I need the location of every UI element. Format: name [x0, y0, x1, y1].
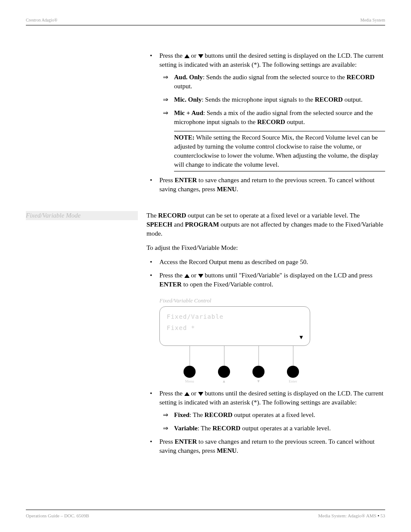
list-item: Access the Record Output menu as describ…	[146, 258, 385, 267]
text: to open the Fixed/Variable control.	[182, 281, 273, 288]
text: or	[190, 52, 198, 59]
lcd-line: Fixed *	[167, 324, 303, 333]
text-bold: MENU	[217, 447, 237, 454]
text-bold: MENU	[217, 186, 237, 193]
text: or	[190, 272, 198, 279]
down-triangle-icon: ▼	[299, 333, 303, 341]
paragraph: The RECORD output can be set to operate …	[146, 211, 385, 238]
figure-caption: Fixed/Variable Control	[159, 297, 385, 305]
knob-stem	[224, 346, 224, 367]
text: output can be set to operate at a fixed …	[186, 212, 360, 219]
list-item: Press ENTER to save changes and return t…	[146, 437, 385, 455]
list-item: Press the or buttons until the desired s…	[146, 51, 385, 171]
list-item: Variable: The RECORD output operates at …	[159, 424, 385, 433]
text: Media System: Adagio® AMS	[318, 513, 377, 518]
down-arrow-icon	[198, 54, 203, 58]
text: or	[190, 390, 198, 397]
knob-label: ▲	[211, 379, 237, 384]
text: : Sends the microphone input signals to …	[202, 96, 314, 103]
text-bold: ENTER	[159, 281, 182, 288]
note-box: NOTE: While setting the Record Source Mi…	[174, 131, 385, 171]
text: .	[237, 186, 238, 193]
up-arrow-icon	[184, 392, 190, 396]
section-fixed-variable: Fixed/Variable Mode The RECORD output ca…	[26, 211, 385, 455]
up-arrow-icon	[184, 54, 190, 58]
text-bold: RECORD	[257, 118, 285, 125]
text: Press the	[159, 390, 184, 397]
note-text: While setting the Record Source Mix, the…	[174, 134, 379, 168]
option-label: Aud. Only	[174, 74, 203, 81]
menu-knob-icon	[184, 366, 196, 378]
list-item: Mic. Only: Sends the microphone input si…	[159, 95, 385, 104]
up-knob-icon	[218, 366, 230, 378]
sidebar-heading: Fixed/Variable Mode	[26, 211, 138, 220]
footer-right: Media System: Adagio® AMS • 53	[318, 513, 385, 519]
header-left: Crestron Adagio®	[26, 17, 57, 23]
knob-stem	[190, 346, 190, 367]
text: output operates at a variable level.	[240, 425, 331, 432]
list-item: Press the or buttons until "Fixed/Variab…	[146, 271, 385, 289]
text-bold: RECORD	[346, 74, 374, 81]
option-label: Mic. Only	[174, 96, 202, 103]
header-right: Media System	[361, 17, 386, 23]
option-label: Mic + Aud	[174, 109, 203, 116]
text-bold: RECORD	[158, 212, 186, 219]
knob-row: Menu ▲ ▼ Enter	[159, 346, 310, 380]
list-item: Press the or buttons until the desired s…	[146, 389, 385, 433]
text: : The	[197, 425, 212, 432]
text-bold: ENTER	[174, 438, 197, 445]
list-item: Press ENTER to save changes and return t…	[146, 176, 385, 194]
text: .	[237, 447, 238, 454]
down-arrow-icon	[198, 392, 203, 396]
note-label: NOTE:	[174, 134, 195, 141]
text: output operates at a fixed level.	[233, 411, 315, 418]
text: output.	[285, 118, 305, 125]
text: : Sends the audio signal from the select…	[203, 74, 347, 81]
list-item: Fixed: The RECORD output operates at a f…	[159, 411, 385, 420]
option-label: Fixed	[174, 411, 190, 418]
knob-stem	[258, 346, 259, 367]
header-rule	[26, 25, 385, 25]
text-bold: SPEECH	[146, 221, 172, 228]
text: Press	[159, 177, 174, 184]
lcd-screen: Fixed/Variable Fixed * ▼	[159, 306, 310, 346]
knob-label: Menu	[177, 379, 202, 384]
option-label: Variable	[174, 425, 197, 432]
text: and	[172, 221, 185, 228]
paragraph: To adjust the Fixed/Variable Mode:	[146, 243, 385, 252]
text: 53	[379, 513, 385, 518]
lcd-line: Fixed/Variable	[167, 313, 303, 321]
text-bold: RECORD	[205, 411, 233, 418]
text-bold: PROGRAM	[185, 221, 219, 228]
knob-label: Enter	[280, 379, 306, 384]
list-item: Aud. Only: Sends the audio signal from t…	[159, 73, 385, 91]
footer-left: Operations Guide – DOC. 6509B	[26, 513, 89, 519]
knob-stem	[293, 346, 293, 367]
text: output.	[343, 96, 363, 103]
enter-knob-icon	[287, 366, 299, 378]
text: Press the	[159, 52, 184, 59]
text: buttons until "Fixed/Variable" is displa…	[203, 272, 373, 279]
section-record-source-mix: Press the or buttons until the desired s…	[146, 51, 385, 194]
up-arrow-icon	[184, 274, 190, 278]
text: Press	[159, 438, 174, 445]
down-knob-icon	[252, 366, 265, 378]
text-bold: RECORD	[315, 96, 343, 103]
text-bold: RECORD	[212, 425, 240, 432]
lcd-figure: Fixed/Variable Control Fixed/Variable Fi…	[159, 297, 385, 380]
text: : The	[190, 411, 205, 418]
text: output.	[174, 83, 192, 90]
list-item: Mic + Aud: Sends a mix of the audio sign…	[159, 109, 385, 127]
text-bold: ENTER	[174, 177, 197, 184]
text: The	[146, 212, 158, 219]
page-footer: Operations Guide – DOC. 6509B Media Syst…	[26, 510, 385, 519]
knob-label: ▼	[246, 379, 271, 384]
down-arrow-icon	[198, 274, 203, 278]
text: Press the	[159, 272, 184, 279]
